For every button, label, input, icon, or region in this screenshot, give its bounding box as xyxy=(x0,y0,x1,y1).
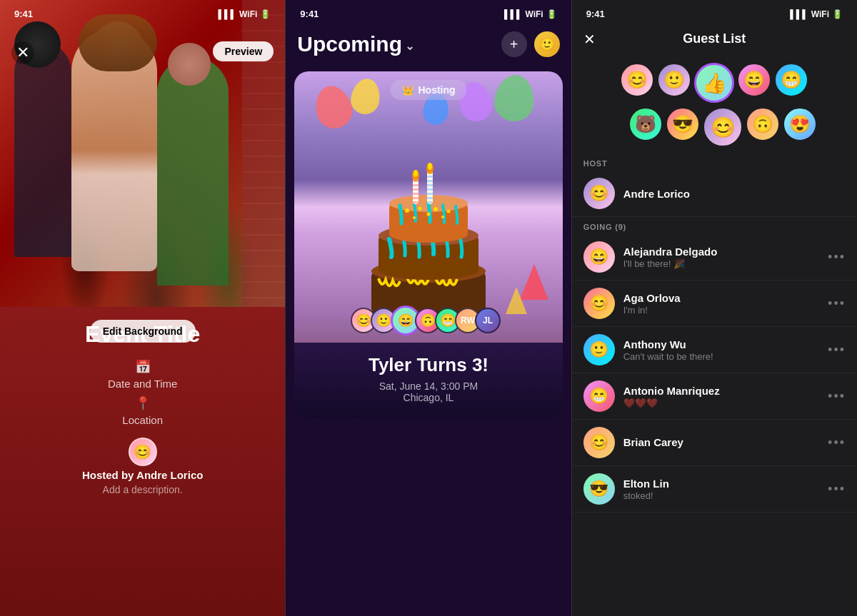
add-description-field[interactable]: Add a description. xyxy=(103,484,183,495)
guest-status-elton: stoked! xyxy=(623,490,819,501)
host-info: Andre Lorico xyxy=(623,188,846,200)
avatar-strip-1: 😊 xyxy=(620,63,654,97)
svg-point-12 xyxy=(446,210,450,213)
guest-more-button-antonio[interactable]: ••• xyxy=(828,389,846,404)
add-icon: + xyxy=(510,36,518,53)
guest-row-aga[interactable]: 😊 Aga Orlova I'm in! ••• xyxy=(572,281,857,327)
event-card-title: Tyler Turns 3! xyxy=(306,354,551,376)
host-name: Andre Lorico xyxy=(623,188,846,200)
avatar-strip-5: 😁 xyxy=(774,63,808,97)
close-icon-p3: ✕ xyxy=(583,31,596,47)
date-time-label: Date and Time xyxy=(108,378,178,390)
upcoming-label: Upcoming xyxy=(297,32,402,56)
close-button-p1[interactable]: ✕ xyxy=(11,41,34,64)
preview-badge[interactable]: Preview xyxy=(213,41,274,61)
event-card-image: 👑 Hosting 😊 🙂 😄 🙃 😁 RW JL xyxy=(294,71,562,343)
guest-info-antonio: Antonio Manriquez ❤️❤️❤️ xyxy=(623,385,819,408)
going-section-label: GOING (9) xyxy=(572,217,857,234)
guest-row-elton[interactable]: 😎 Elton Lin stoked! ••• xyxy=(572,466,857,513)
svg-point-14 xyxy=(426,213,430,216)
guest-avatar-jl: JL xyxy=(475,308,501,333)
host-avatar-p1: 😊 xyxy=(129,438,157,466)
location-icon: 📍 xyxy=(135,395,151,411)
svg-point-21 xyxy=(414,170,418,177)
event-card-details: Tyler Turns 3! Sat, June 14, 3:00 PM Chi… xyxy=(294,343,562,418)
guest-more-button-alejandra[interactable]: ••• xyxy=(828,250,846,265)
avatar-grid: 😊 🙂 👍 😄 😁 🐻 😎 😊 🙃 😍 xyxy=(572,63,857,147)
host-section-label: HOST xyxy=(572,153,857,171)
guest-row-antonio[interactable]: 😁 Antonio Manriquez ❤️❤️❤️ ••• xyxy=(572,373,857,420)
guest-more-button-anthony[interactable]: ••• xyxy=(828,343,846,358)
wifi-icon-p3: WiFi xyxy=(811,9,829,19)
guest-status-alejandra: I'll be there! 🎉 xyxy=(623,258,819,269)
hosting-badge: 👑 Hosting xyxy=(390,80,466,100)
panel-create-event: 9:41 ▌▌▌ WiFi 🔋 ✕ Preview Edit Backgroun… xyxy=(0,0,285,616)
guest-more-button-brian[interactable]: ••• xyxy=(828,435,846,450)
location-field[interactable]: 📍 Location xyxy=(122,395,163,426)
panel-upcoming-events: 9:41 ▌▌▌ WiFi 🔋 Upcoming ⌄ + 🙂 xyxy=(285,0,571,616)
date-time-field[interactable]: 📅 Date and Time xyxy=(108,359,178,390)
guest-more-button-elton[interactable]: ••• xyxy=(828,482,846,497)
avatar-strip-3: 👍 xyxy=(694,63,734,103)
guest-info-brian: Brian Carey xyxy=(623,436,819,449)
guest-list-body: HOST 😊 Andre Lorico GOING (9) 😄 Alejandr… xyxy=(572,153,857,616)
svg-point-13 xyxy=(413,216,416,219)
guest-name-anthony: Anthony Wu xyxy=(623,338,819,350)
panel3-header: ✕ Guest List xyxy=(572,31,857,46)
user-avatar-button[interactable]: 🙂 xyxy=(534,31,560,57)
status-bar-p3: 9:41 ▌▌▌ WiFi 🔋 xyxy=(572,9,857,19)
avatar-strip-4: 😄 xyxy=(737,63,771,97)
guest-avatar-aga: 😊 xyxy=(583,288,615,319)
guest-status-anthony: Can't wait to be there! xyxy=(623,351,819,362)
avatar-strip-2: 🙂 xyxy=(657,63,691,97)
status-icons-p3: ▌▌▌ WiFi 🔋 xyxy=(790,9,843,19)
guest-status-aga: I'm in! xyxy=(623,305,819,315)
guest-name-antonio: Antonio Manriquez xyxy=(623,385,819,397)
balloons-background xyxy=(294,71,562,343)
svg-point-9 xyxy=(405,208,409,213)
signal-icon-p3: ▌▌▌ xyxy=(790,9,808,19)
avatar-strip-8: 😊 xyxy=(703,107,743,147)
time-p2: 9:41 xyxy=(300,9,319,19)
guest-avatar-alejandra: 😄 xyxy=(583,241,615,273)
status-icons-p2: ▌▌▌ WiFi 🔋 xyxy=(504,9,557,19)
upcoming-title[interactable]: Upcoming ⌄ xyxy=(297,32,414,56)
guest-more-button-aga[interactable]: ••• xyxy=(828,296,846,311)
event-card-date: Sat, June 14, 3:00 PM xyxy=(306,380,551,392)
avatar-strip-10: 😍 xyxy=(783,107,817,141)
guest-avatars-strip[interactable]: 😊 🙂 😄 🙃 😁 RW JL xyxy=(356,306,501,335)
avatar-rows: 😊 🙂 👍 😄 😁 🐻 😎 😊 🙃 😍 xyxy=(611,63,817,147)
guest-info-elton: Elton Lin stoked! xyxy=(623,478,819,501)
status-bar-p2: 9:41 ▌▌▌ WiFi 🔋 xyxy=(286,9,571,19)
host-row[interactable]: 😊 Andre Lorico xyxy=(572,171,857,217)
edit-background-button[interactable]: Edit Background xyxy=(90,320,196,343)
panel-guest-list: 9:41 ▌▌▌ WiFi 🔋 ✕ Guest List 😊 🙂 👍 😄 😁 🐻… xyxy=(572,0,857,616)
battery-icon-p3: 🔋 xyxy=(832,9,843,19)
close-button-p3[interactable]: ✕ xyxy=(583,31,596,48)
guest-row-brian[interactable]: 😊 Brian Carey ••• xyxy=(572,420,857,466)
event-card[interactable]: 👑 Hosting 😊 🙂 😄 🙃 😁 RW JL Tyler Turns 3!… xyxy=(294,71,562,418)
svg-point-15 xyxy=(441,216,444,218)
preview-label: Preview xyxy=(224,46,262,57)
svg-rect-19 xyxy=(427,171,433,204)
guest-name-aga: Aga Orlova xyxy=(623,292,819,304)
guest-name-elton: Elton Lin xyxy=(623,478,819,490)
guest-status-antonio: ❤️❤️❤️ xyxy=(623,398,819,408)
guest-row-anthony[interactable]: 🙂 Anthony Wu Can't wait to be there! ••• xyxy=(572,327,857,373)
guest-list-title: Guest List xyxy=(683,31,746,46)
status-bar-p1: 9:41 ▌▌▌ WiFi 🔋 xyxy=(0,9,285,19)
time-p1: 9:41 xyxy=(14,9,33,19)
svg-point-23 xyxy=(428,163,432,170)
svg-point-11 xyxy=(433,207,438,211)
event-form: Event Title 📅 Date and Time 📍 Location 😊… xyxy=(0,307,285,616)
signal-icon: ▌▌▌ xyxy=(219,9,237,19)
header-actions: + 🙂 xyxy=(501,31,560,57)
guest-row-alejandra[interactable]: 😄 Alejandra Delgado I'll be there! 🎉 ••• xyxy=(572,234,857,281)
hosting-label: Hosting xyxy=(418,84,455,96)
avatar-strip-6: 🐻 xyxy=(628,107,663,141)
svg-point-10 xyxy=(418,207,421,211)
chevron-down-icon: ⌄ xyxy=(405,39,414,53)
add-event-button[interactable]: + xyxy=(501,31,527,57)
svg-rect-17 xyxy=(413,178,419,204)
guest-avatar-elton: 😎 xyxy=(583,473,615,505)
